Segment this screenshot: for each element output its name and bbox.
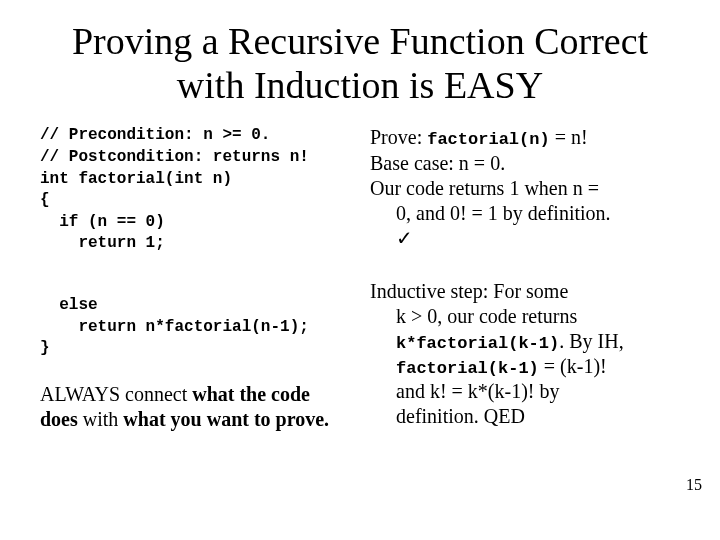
proof-gap — [370, 251, 680, 279]
inductive-line-4a: and k! = k*(k-1)! by — [396, 379, 680, 404]
prove-mono: factorial(n) — [427, 130, 549, 149]
inductive-line-4b: definition. QED — [396, 404, 680, 429]
inductive-line-1b: k > 0, our code returns — [396, 304, 680, 329]
note-text-1: ALWAYS connect — [40, 383, 192, 405]
inductive-line-1a: Inductive step: For some — [370, 279, 680, 304]
prove-post: = n! — [550, 126, 588, 148]
ind3-mono: factorial(k-1) — [396, 359, 539, 378]
connect-note: ALWAYS connect what the code does with w… — [40, 382, 350, 432]
prove-line: Prove: factorial(n) = n! — [370, 125, 680, 150]
note-text-2: with — [78, 408, 124, 430]
inductive-line-3: factorial(k-1) = (k-1)! — [396, 354, 680, 379]
ind2-post: . By IH, — [559, 330, 623, 352]
ind2-mono: k*factorial(k-1) — [396, 334, 559, 353]
prove-pre: Prove: — [370, 126, 427, 148]
base-case-line: Base case: n = 0. — [370, 151, 680, 176]
content-columns: // Precondition: n >= 0. // Postconditio… — [40, 125, 680, 431]
page-number: 15 — [686, 476, 702, 494]
inductive-line-2: k*factorial(k-1). By IH, — [396, 329, 680, 354]
code-gap — [40, 255, 350, 295]
right-column: Prove: factorial(n) = n! Base case: n = … — [370, 125, 680, 431]
base-return-line-b: 0, and 0! = 1 by definition. — [396, 201, 680, 226]
note-bold-2: what you want to prove. — [123, 408, 329, 430]
base-return-line-a: Our code returns 1 when n = — [370, 176, 680, 201]
slide: Proving a Recursive Function Correct wit… — [0, 0, 720, 540]
code-block-top: // Precondition: n >= 0. // Postconditio… — [40, 125, 350, 255]
left-column: // Precondition: n >= 0. // Postconditio… — [40, 125, 350, 431]
check-icon: ✓ — [396, 226, 680, 251]
slide-title: Proving a Recursive Function Correct wit… — [40, 20, 680, 107]
ind3-post: = (k-1)! — [539, 355, 607, 377]
code-block-bottom: else return n*factorial(n-1); } — [40, 295, 350, 360]
